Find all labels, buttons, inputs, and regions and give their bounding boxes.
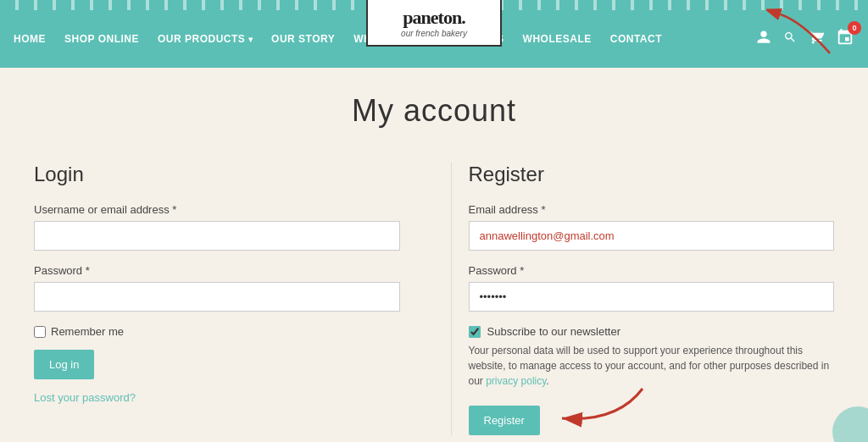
nav-home[interactable]: HOME [14, 33, 46, 45]
password-label-login: Password * [34, 264, 400, 277]
username-group: Username or email address * [34, 203, 400, 251]
lost-password-link[interactable]: Lost your password? [34, 391, 400, 404]
register-title: Register [469, 163, 835, 186]
nav-products[interactable]: OUR PRODUCTS [158, 33, 253, 45]
login-section: Login Username or email address * Passwo… [34, 163, 451, 435]
logo: paneton. our french bakery [366, 0, 502, 47]
logo-title: paneton. [381, 7, 487, 29]
cart-badge: 0 [848, 21, 861, 35]
username-label: Username or email address * [34, 203, 400, 216]
navbar: paneton. our french bakery HOME SHOP ONL… [0, 10, 868, 68]
nav-story[interactable]: OUR STORY [271, 33, 335, 45]
remember-row: Remember me [34, 325, 400, 338]
main-content: Login Username or email address * Passwo… [0, 146, 868, 442]
newsletter-label: Subscribe to our newsletter [487, 325, 621, 338]
username-input[interactable] [34, 221, 400, 251]
page-title-area: My account [0, 68, 868, 146]
register-button[interactable]: Register [469, 406, 540, 435]
page-title: My account [0, 93, 868, 129]
privacy-link[interactable]: privacy policy [486, 375, 546, 387]
privacy-text: Your personal data will be used to suppo… [469, 343, 835, 389]
user-icon[interactable] [756, 30, 771, 48]
password-input-login[interactable] [34, 282, 400, 312]
nav-left: HOME SHOP ONLINE OUR PRODUCTS OUR STORY … [14, 33, 662, 45]
password-group-login: Password * [34, 264, 400, 312]
login-button[interactable]: Log in [34, 350, 94, 379]
logo-subtitle: our french bakery [381, 29, 487, 38]
password-group-register: Password * [469, 264, 835, 312]
nav-right: 0 [756, 28, 854, 50]
register-section: Register Email address * Password * Subs… [451, 163, 835, 435]
email-input[interactable] [469, 221, 835, 251]
password-label-register: Password * [469, 264, 835, 277]
newsletter-row: Subscribe to our newsletter [469, 325, 835, 338]
nav-contact[interactable]: CONTACT [610, 33, 662, 45]
email-group: Email address * [469, 203, 835, 251]
remember-label: Remember me [51, 325, 124, 338]
login-title: Login [34, 163, 400, 186]
search-icon[interactable] [783, 30, 797, 47]
password-input-register[interactable] [469, 282, 835, 312]
email-label: Email address * [469, 203, 835, 216]
nav-wholesale[interactable]: WHOLESALE [523, 33, 592, 45]
newsletter-checkbox[interactable] [469, 326, 481, 338]
remember-checkbox[interactable] [34, 326, 46, 338]
cart-icon[interactable]: 0 [836, 28, 854, 50]
bag-icon[interactable] [809, 30, 824, 48]
nav-shop[interactable]: SHOP ONLINE [64, 33, 139, 45]
register-button-container: Register [469, 406, 540, 435]
